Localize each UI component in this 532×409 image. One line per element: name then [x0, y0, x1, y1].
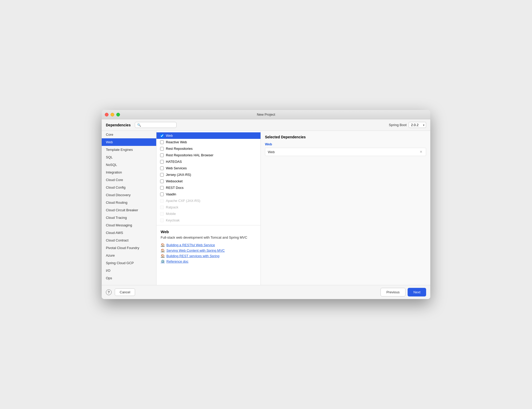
sidebar-item-cloud-core[interactable]: Cloud Core — [102, 176, 156, 184]
sidebar-item-sql[interactable]: SQL — [102, 153, 156, 161]
sidebar-item-template-engines[interactable]: Template Engines — [102, 146, 156, 153]
checkbox-rest-repositories-hal[interactable] — [160, 153, 164, 157]
minimize-button[interactable] — [111, 113, 114, 116]
link-building-rest-services-label: Building REST services with Spring — [166, 254, 220, 258]
checkbox-label-web: Web — [166, 134, 173, 138]
next-button[interactable]: Next — [408, 288, 426, 296]
titlebar: New Project — [102, 110, 430, 119]
sidebar-item-cloud-contract[interactable]: Cloud Contract — [102, 237, 156, 244]
search-input[interactable] — [143, 123, 174, 127]
info-panel: Web Full-stack web development with Tomc… — [156, 225, 261, 285]
gear-icon: ⚙️ — [161, 259, 165, 263]
link-building-restful[interactable]: 🏠 Building a RESTful Web Service — [161, 243, 256, 247]
link-serving-web-content[interactable]: 🏠 Serving Web Content with Spring MVC — [161, 249, 256, 252]
sidebar-item-cloud-routing[interactable]: Cloud Routing — [102, 199, 156, 206]
dependencies-label: Dependencies — [106, 123, 131, 127]
bottom-bar: ? Cancel Previous Next — [102, 285, 430, 299]
checkbox-label-vaadin: Vaadin — [166, 192, 176, 196]
previous-button[interactable]: Previous — [380, 288, 406, 296]
sidebar-item-spring-cloud-gcp[interactable]: Spring Cloud GCP — [102, 259, 156, 267]
sidebar-item-cloud-messaging[interactable]: Cloud Messaging — [102, 221, 156, 229]
search-box[interactable]: 🔍 — [135, 122, 177, 128]
selected-dep-name-web: Web — [268, 150, 275, 154]
checkbox-item-apache-cxf: Apache CXF (JAX-RS) — [156, 197, 261, 204]
sidebar-item-core[interactable]: Core — [102, 131, 156, 138]
spring-boot-dropdown[interactable]: 2.0.2 2.1.0 2.1.1 1.5.18 — [409, 122, 426, 128]
checkbox-label-rest-repositories-hal: Rest Repositories HAL Browser — [166, 153, 213, 157]
checkbox-item-vaadin[interactable]: Vaadin — [156, 191, 261, 197]
checkbox-web-services[interactable] — [160, 166, 164, 170]
help-button[interactable]: ? — [106, 289, 112, 295]
close-button[interactable] — [105, 113, 108, 116]
checkbox-item-rest-repositories-hal[interactable]: Rest Repositories HAL Browser — [156, 152, 261, 158]
info-title: Web — [161, 230, 256, 234]
selected-dependencies-title: Selected Dependencies — [265, 135, 426, 139]
checkbox-label-mobile: Mobile — [166, 212, 176, 216]
spring-boot-section: Spring Boot 2.0.2 2.1.0 2.1.1 1.5.18 — [389, 122, 426, 128]
spring-boot-dropdown-wrapper[interactable]: 2.0.2 2.1.0 2.1.1 1.5.18 — [409, 122, 426, 128]
checkbox-label-reactive-web: Reactive Web — [166, 140, 187, 144]
checkbox-rest-repositories[interactable] — [160, 147, 164, 151]
sidebar-item-cloud-circuit-breaker[interactable]: Cloud Circuit Breaker — [102, 206, 156, 214]
selected-dep-category: Web — [265, 142, 426, 146]
home-icon-2: 🏠 — [161, 249, 165, 252]
sidebar-item-cloud-aws[interactable]: Cloud AWS — [102, 229, 156, 237]
info-links: 🏠 Building a RESTful Web Service 🏠 Servi… — [161, 243, 256, 263]
checkbox-item-web[interactable]: Web — [156, 132, 261, 139]
checkbox-list: Web Reactive Web Rest Repositories Rest … — [156, 131, 261, 225]
checkbox-ratpack — [160, 206, 164, 209]
checkbox-vaadin[interactable] — [160, 193, 164, 196]
checkbox-item-hateoas[interactable]: HATEOAS — [156, 158, 261, 165]
checkbox-item-reactive-web[interactable]: Reactive Web — [156, 139, 261, 145]
checkbox-item-keycloak: Keycloak — [156, 217, 261, 224]
checkbox-item-rest-docs[interactable]: REST Docs — [156, 184, 261, 191]
link-building-rest-services[interactable]: 🏠 Building REST services with Spring — [161, 254, 256, 258]
checkbox-websocket[interactable] — [160, 179, 164, 183]
checkbox-web[interactable] — [160, 134, 164, 138]
checkbox-label-rest-docs: REST Docs — [166, 186, 184, 190]
checkbox-label-jersey: Jersey (JAX-RS) — [166, 173, 191, 177]
checkbox-item-jersey[interactable]: Jersey (JAX-RS) — [156, 171, 261, 178]
sidebar-item-io[interactable]: I/O — [102, 267, 156, 274]
middle-panel: Web Reactive Web Rest Repositories Rest … — [156, 131, 261, 285]
selected-dep-item-web: Web × — [265, 148, 426, 156]
main-area: Core Web Template Engines SQL NoSQL Inte… — [102, 131, 430, 285]
checkbox-reactive-web[interactable] — [160, 140, 164, 144]
checkbox-label-websocket: Websocket — [166, 179, 183, 183]
sidebar-item-cloud-config[interactable]: Cloud Config — [102, 184, 156, 191]
bottom-right: Previous Next — [380, 288, 426, 296]
link-building-restful-label: Building a RESTful Web Service — [166, 243, 215, 247]
maximize-button[interactable] — [116, 113, 120, 116]
sidebar-item-web[interactable]: Web — [102, 138, 156, 146]
checkbox-item-web-services[interactable]: Web Services — [156, 165, 261, 171]
bottom-left: ? Cancel — [106, 288, 135, 296]
sidebar-item-integration[interactable]: Integration — [102, 169, 156, 176]
sidebar-item-ops[interactable]: Ops — [102, 274, 156, 282]
checkbox-hateoas[interactable] — [160, 160, 164, 164]
checkbox-jersey[interactable] — [160, 173, 164, 177]
checkbox-label-apache-cxf: Apache CXF (JAX-RS) — [166, 199, 200, 203]
checkbox-item-rest-repositories[interactable]: Rest Repositories — [156, 145, 261, 152]
checkbox-keycloak — [160, 219, 164, 222]
content-area: Dependencies 🔍 Spring Boot 2.0.2 2.1.0 2… — [102, 119, 430, 299]
checkbox-item-websocket[interactable]: Websocket — [156, 178, 261, 184]
sidebar-item-cloud-discovery[interactable]: Cloud Discovery — [102, 191, 156, 199]
checkbox-rest-docs[interactable] — [160, 186, 164, 190]
checkbox-item-ratpack: Ratpack — [156, 204, 261, 210]
checkbox-label-rest-repositories: Rest Repositories — [166, 147, 193, 151]
sidebar-item-nosql[interactable]: NoSQL — [102, 161, 156, 169]
link-reference-doc[interactable]: ⚙️ Reference doc — [161, 259, 256, 263]
cancel-button[interactable]: Cancel — [115, 288, 135, 296]
sidebar-item-cloud-tracing[interactable]: Cloud Tracing — [102, 214, 156, 221]
checkbox-mobile — [160, 212, 164, 216]
link-reference-doc-label: Reference doc — [166, 259, 189, 263]
sidebar-item-pivotal-cloud-foundry[interactable]: Pivotal Cloud Foundry — [102, 244, 156, 252]
remove-dep-web-button[interactable]: × — [419, 150, 423, 154]
left-panel: Core Web Template Engines SQL NoSQL Inte… — [102, 131, 156, 285]
sidebar-item-azure[interactable]: Azure — [102, 252, 156, 259]
home-icon-3: 🏠 — [161, 254, 165, 258]
right-panel: Selected Dependencies Web Web × — [261, 131, 430, 285]
main-window: New Project Dependencies 🔍 Spring Boot 2… — [102, 110, 430, 299]
checkbox-label-web-services: Web Services — [166, 166, 187, 170]
spring-boot-label: Spring Boot — [389, 123, 407, 127]
